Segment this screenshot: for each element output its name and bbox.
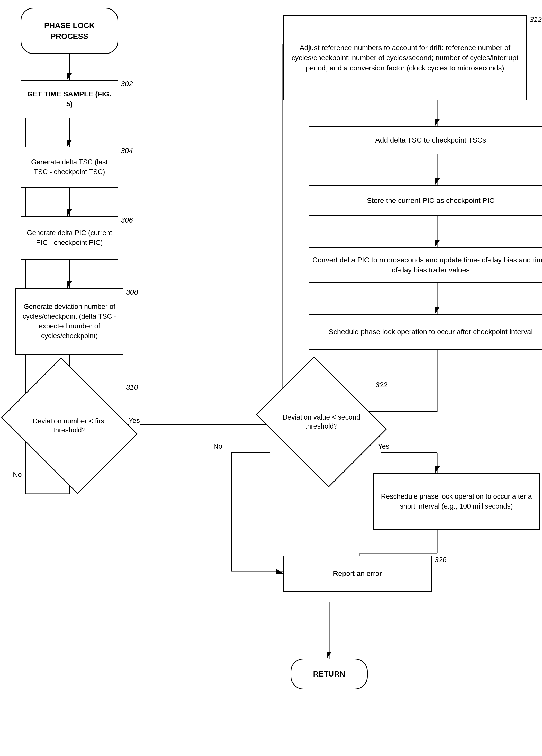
shape-308: Generate deviation number of cycles/chec…	[15, 288, 123, 355]
label-320: Schedule phase lock operation to occur a…	[325, 325, 536, 339]
no-label-310: No	[13, 471, 22, 479]
label-324: Reschedule phase lock operation to occur…	[373, 490, 539, 513]
shape-304: Generate delta TSC (last TSC - checkpoin…	[21, 147, 118, 188]
end-shape: RETURN	[290, 659, 368, 689]
shape-318: Convert delta PIC to microseconds and up…	[308, 247, 542, 283]
label-308: Generate deviation number of cycles/chec…	[16, 300, 123, 343]
label-302: GET TIME SAMPLE (FIG. 5)	[21, 87, 118, 111]
label-312: Adjust reference numbers to account for …	[283, 41, 526, 75]
no-label-322: No	[214, 442, 223, 450]
shape-324: Reschedule phase lock operation to occur…	[373, 473, 540, 530]
shape-316: Store the current PIC as checkpoint PIC	[308, 185, 542, 216]
ref-312: 312	[530, 15, 542, 24]
ref-306: 306	[121, 216, 133, 224]
ref-310: 310	[126, 383, 138, 392]
flowchart-diagram: PHASE LOCK PROCESS GET TIME SAMPLE (FIG.…	[0, 0, 542, 756]
yes-label-322: Yes	[378, 442, 389, 450]
shape-306: Generate delta PIC (current PIC - checkp…	[21, 216, 118, 260]
shape-312: Adjust reference numbers to account for …	[283, 15, 527, 100]
label-326: Report an error	[330, 566, 385, 581]
ref-326: 326	[434, 556, 447, 564]
label-310: Deviation number < first threshold?	[16, 417, 123, 435]
start-shape: PHASE LOCK PROCESS	[21, 8, 118, 54]
yes-label-310: Yes	[129, 417, 140, 425]
label-316: Store the current PIC as checkpoint PIC	[364, 193, 497, 208]
end-label: RETURN	[310, 666, 348, 681]
shape-314: Add delta TSC to checkpoint TSCs	[308, 126, 542, 154]
ref-308: 308	[126, 288, 138, 296]
ref-322: 322	[375, 381, 387, 389]
start-label: PHASE LOCK PROCESS	[21, 18, 118, 44]
label-306: Generate delta PIC (current PIC - checkp…	[21, 226, 118, 250]
label-318: Convert delta PIC to microseconds and up…	[309, 253, 542, 277]
shape-302: GET TIME SAMPLE (FIG. 5)	[21, 80, 118, 118]
shape-326: Report an error	[283, 556, 432, 592]
ref-304: 304	[121, 147, 133, 155]
label-304: Generate delta TSC (last TSC - checkpoin…	[21, 155, 118, 179]
label-314: Add delta TSC to checkpoint TSCs	[372, 133, 489, 147]
shape-322: Deviation value < second threshold?	[256, 356, 387, 487]
label-322: Deviation value < second threshold?	[271, 413, 372, 431]
shape-320: Schedule phase lock operation to occur a…	[308, 314, 542, 350]
ref-302: 302	[121, 80, 133, 88]
